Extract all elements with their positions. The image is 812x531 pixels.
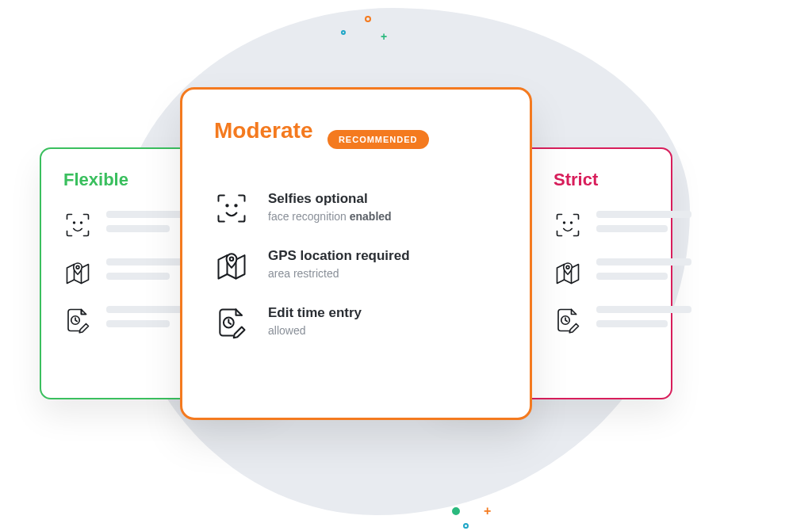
feature-title: Edit time entry [268, 305, 362, 321]
feature-row-gps: GPS location required area restricted [214, 248, 498, 285]
card-title-moderate: Moderate [214, 118, 312, 143]
svg-point-9 [571, 222, 573, 223]
edit-time-icon [63, 306, 94, 336]
card-title-strict: Strict [553, 170, 649, 190]
face-id-icon [63, 211, 94, 241]
placeholder-text [596, 211, 691, 239]
svg-point-8 [564, 222, 565, 223]
feature-row-edit-time: Edit time entry allowed [214, 305, 498, 342]
placeholder-text [596, 306, 691, 334]
feature-row [553, 211, 649, 241]
edit-time-icon [553, 306, 584, 336]
recommended-badge: RECOMMENDED [327, 130, 429, 149]
svg-point-5 [235, 204, 236, 206]
svg-point-1 [81, 222, 82, 223]
feature-title: GPS location required [268, 248, 410, 264]
edit-time-icon [214, 305, 251, 342]
face-id-icon [214, 191, 251, 227]
map-pin-icon [553, 258, 584, 288]
feature-row [553, 258, 649, 288]
face-id-icon [553, 211, 584, 241]
svg-point-4 [226, 204, 228, 206]
placeholder-text [596, 258, 691, 287]
map-pin-icon [214, 248, 251, 285]
feature-title: Selfies optional [268, 191, 392, 207]
card-moderate[interactable]: Moderate RECOMMENDED Selfies optional fa… [180, 87, 532, 420]
svg-point-0 [74, 222, 75, 223]
feature-subtitle: allowed [268, 324, 362, 337]
map-pin-icon [63, 258, 94, 288]
feature-subtitle: face recognition enabled [268, 210, 392, 223]
feature-subtitle: area restricted [268, 267, 410, 280]
feature-row-selfies: Selfies optional face recognition enable… [214, 191, 498, 227]
feature-row [553, 306, 649, 336]
